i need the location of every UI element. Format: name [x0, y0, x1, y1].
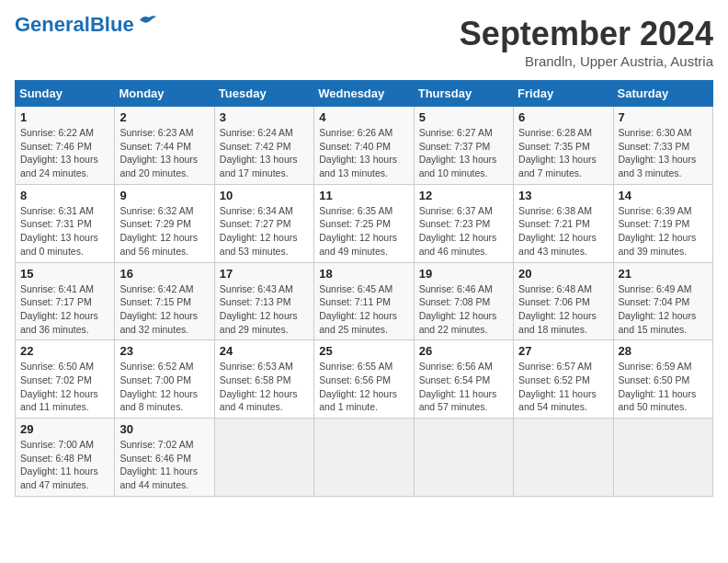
weekday-header-saturday: Saturday — [613, 81, 712, 107]
day-info: Sunrise: 6:52 AM Sunset: 7:00 PM Dayligh… — [119, 360, 209, 414]
calendar-cell: 22Sunrise: 6:50 AM Sunset: 7:02 PM Dayli… — [16, 340, 115, 419]
calendar-header: SundayMondayTuesdayWednesdayThursdayFrid… — [16, 81, 713, 107]
day-number: 28 — [619, 344, 708, 358]
calendar-cell: 21Sunrise: 6:49 AM Sunset: 7:04 PM Dayli… — [613, 262, 712, 340]
calendar-cell: 8Sunrise: 6:31 AM Sunset: 7:31 PM Daylig… — [16, 184, 115, 262]
calendar-cell: 26Sunrise: 6:56 AM Sunset: 6:54 PM Dayli… — [414, 340, 513, 419]
weekday-header-monday: Monday — [115, 81, 214, 107]
calendar-cell: 7Sunrise: 6:30 AM Sunset: 7:33 PM Daylig… — [613, 107, 712, 185]
calendar-cell: 30Sunrise: 7:02 AM Sunset: 6:46 PM Dayli… — [115, 419, 214, 497]
calendar-cell — [414, 419, 513, 497]
day-info: Sunrise: 6:56 AM Sunset: 6:54 PM Dayligh… — [419, 360, 508, 414]
calendar-cell — [214, 419, 313, 497]
day-info: Sunrise: 6:43 AM Sunset: 7:13 PM Dayligh… — [220, 282, 309, 337]
weekday-header-friday: Friday — [514, 81, 613, 107]
calendar-cell — [314, 419, 414, 497]
day-number: 14 — [619, 189, 708, 202]
calendar-week-row: 1Sunrise: 6:22 AM Sunset: 7:46 PM Daylig… — [16, 107, 713, 185]
calendar-cell: 13Sunrise: 6:38 AM Sunset: 7:21 PM Dayli… — [514, 184, 613, 262]
calendar-cell: 16Sunrise: 6:42 AM Sunset: 7:15 PM Dayli… — [115, 262, 214, 340]
calendar-cell: 6Sunrise: 6:28 AM Sunset: 7:35 PM Daylig… — [514, 107, 613, 185]
calendar-cell — [514, 419, 613, 497]
day-info: Sunrise: 6:24 AM Sunset: 7:42 PM Dayligh… — [220, 126, 309, 180]
calendar-cell: 3Sunrise: 6:24 AM Sunset: 7:42 PM Daylig… — [214, 107, 313, 185]
day-info: Sunrise: 6:57 AM Sunset: 6:52 PM Dayligh… — [518, 360, 608, 414]
day-info: Sunrise: 6:48 AM Sunset: 7:06 PM Dayligh… — [518, 282, 608, 337]
day-number: 1 — [20, 110, 109, 124]
day-number: 8 — [20, 189, 109, 202]
calendar-cell: 25Sunrise: 6:55 AM Sunset: 6:56 PM Dayli… — [314, 340, 414, 419]
calendar-week-row: 15Sunrise: 6:41 AM Sunset: 7:17 PM Dayli… — [16, 262, 713, 340]
calendar-cell: 1Sunrise: 6:22 AM Sunset: 7:46 PM Daylig… — [16, 107, 115, 185]
day-info: Sunrise: 6:23 AM Sunset: 7:44 PM Dayligh… — [119, 126, 209, 180]
day-info: Sunrise: 6:59 AM Sunset: 6:50 PM Dayligh… — [619, 360, 708, 414]
day-number: 3 — [220, 110, 309, 124]
day-number: 4 — [319, 110, 408, 124]
calendar-cell: 9Sunrise: 6:32 AM Sunset: 7:29 PM Daylig… — [115, 184, 214, 262]
calendar-cell — [613, 419, 712, 497]
calendar-cell: 18Sunrise: 6:45 AM Sunset: 7:11 PM Dayli… — [314, 262, 414, 340]
month-title: September 2024 — [460, 15, 713, 53]
day-info: Sunrise: 6:50 AM Sunset: 7:02 PM Dayligh… — [20, 360, 109, 414]
day-number: 30 — [119, 422, 209, 436]
day-number: 22 — [20, 344, 109, 358]
page-header: GeneralBlue September 2024 Brandln, Uppe… — [15, 15, 713, 69]
day-number: 17 — [220, 267, 309, 281]
day-info: Sunrise: 6:31 AM Sunset: 7:31 PM Dayligh… — [20, 204, 109, 259]
day-number: 11 — [319, 189, 408, 202]
day-number: 6 — [518, 110, 608, 124]
day-info: Sunrise: 6:32 AM Sunset: 7:29 PM Dayligh… — [119, 204, 209, 259]
day-number: 9 — [119, 189, 209, 202]
day-info: Sunrise: 6:39 AM Sunset: 7:19 PM Dayligh… — [619, 204, 708, 259]
day-number: 12 — [419, 189, 508, 202]
calendar-cell: 20Sunrise: 6:48 AM Sunset: 7:06 PM Dayli… — [514, 262, 613, 340]
calendar-body: 1Sunrise: 6:22 AM Sunset: 7:46 PM Daylig… — [16, 107, 713, 497]
day-info: Sunrise: 6:34 AM Sunset: 7:27 PM Dayligh… — [220, 204, 309, 259]
calendar-cell: 17Sunrise: 6:43 AM Sunset: 7:13 PM Dayli… — [214, 262, 313, 340]
day-info: Sunrise: 6:53 AM Sunset: 6:58 PM Dayligh… — [220, 360, 309, 414]
day-info: Sunrise: 6:27 AM Sunset: 7:37 PM Dayligh… — [419, 126, 508, 180]
calendar-week-row: 29Sunrise: 7:00 AM Sunset: 6:48 PM Dayli… — [16, 419, 713, 497]
calendar-week-row: 22Sunrise: 6:50 AM Sunset: 7:02 PM Dayli… — [16, 340, 713, 419]
day-number: 5 — [419, 110, 508, 124]
day-number: 25 — [319, 344, 408, 358]
calendar-table: SundayMondayTuesdayWednesdayThursdayFrid… — [15, 80, 713, 497]
day-number: 21 — [619, 267, 708, 281]
day-number: 24 — [220, 344, 309, 358]
day-info: Sunrise: 6:28 AM Sunset: 7:35 PM Dayligh… — [518, 126, 608, 180]
calendar-cell: 27Sunrise: 6:57 AM Sunset: 6:52 PM Dayli… — [514, 340, 613, 419]
day-info: Sunrise: 6:46 AM Sunset: 7:08 PM Dayligh… — [419, 282, 508, 337]
day-number: 29 — [20, 422, 109, 436]
day-number: 2 — [119, 110, 209, 124]
weekday-header-wednesday: Wednesday — [314, 81, 414, 107]
day-number: 15 — [20, 267, 109, 281]
weekday-header-sunday: Sunday — [16, 81, 115, 107]
day-info: Sunrise: 6:41 AM Sunset: 7:17 PM Dayligh… — [20, 282, 109, 337]
calendar-cell: 12Sunrise: 6:37 AM Sunset: 7:23 PM Dayli… — [414, 184, 513, 262]
weekday-header-thursday: Thursday — [414, 81, 513, 107]
day-number: 27 — [518, 344, 608, 358]
day-number: 18 — [319, 267, 408, 281]
title-block: September 2024 Brandln, Upper Austria, A… — [460, 15, 713, 69]
logo: GeneralBlue — [15, 15, 158, 35]
day-number: 10 — [220, 189, 309, 202]
calendar-cell: 24Sunrise: 6:53 AM Sunset: 6:58 PM Dayli… — [214, 340, 313, 419]
weekday-header-tuesday: Tuesday — [214, 81, 313, 107]
day-info: Sunrise: 6:37 AM Sunset: 7:23 PM Dayligh… — [419, 204, 508, 259]
location-title: Brandln, Upper Austria, Austria — [460, 53, 713, 69]
day-number: 19 — [419, 267, 508, 281]
weekday-header-row: SundayMondayTuesdayWednesdayThursdayFrid… — [16, 81, 713, 107]
day-info: Sunrise: 6:55 AM Sunset: 6:56 PM Dayligh… — [319, 360, 408, 414]
calendar-cell: 19Sunrise: 6:46 AM Sunset: 7:08 PM Dayli… — [414, 262, 513, 340]
day-info: Sunrise: 6:30 AM Sunset: 7:33 PM Dayligh… — [619, 126, 708, 180]
day-number: 7 — [619, 110, 708, 124]
day-info: Sunrise: 6:38 AM Sunset: 7:21 PM Dayligh… — [518, 204, 608, 259]
calendar-cell: 15Sunrise: 6:41 AM Sunset: 7:17 PM Dayli… — [16, 262, 115, 340]
calendar-cell: 14Sunrise: 6:39 AM Sunset: 7:19 PM Dayli… — [613, 184, 712, 262]
day-info: Sunrise: 6:49 AM Sunset: 7:04 PM Dayligh… — [619, 282, 708, 337]
calendar-cell: 2Sunrise: 6:23 AM Sunset: 7:44 PM Daylig… — [115, 107, 214, 185]
calendar-cell: 4Sunrise: 6:26 AM Sunset: 7:40 PM Daylig… — [314, 107, 414, 185]
day-info: Sunrise: 6:42 AM Sunset: 7:15 PM Dayligh… — [119, 282, 209, 337]
day-info: Sunrise: 6:45 AM Sunset: 7:11 PM Dayligh… — [319, 282, 408, 337]
day-info: Sunrise: 6:35 AM Sunset: 7:25 PM Dayligh… — [319, 204, 408, 259]
